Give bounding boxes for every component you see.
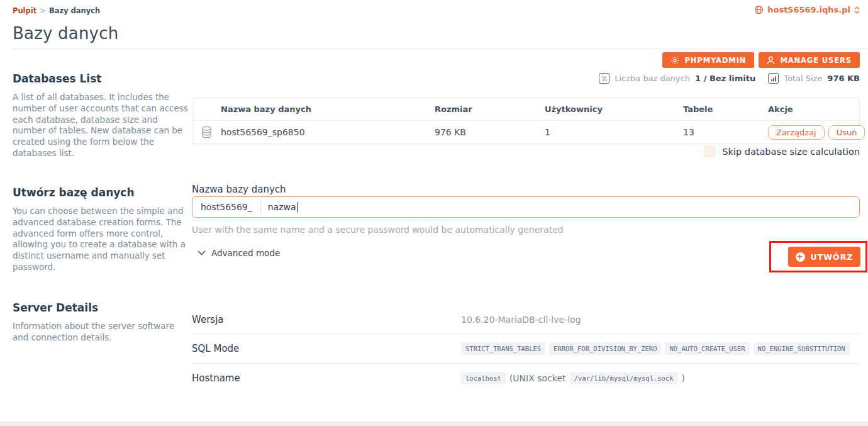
- server-details-section-intro: Server Details Information about the ser…: [13, 301, 190, 344]
- sql-mode-label: SQL Mode: [192, 343, 461, 354]
- db-count-icon: [599, 73, 609, 84]
- advanced-mode-toggle[interactable]: Advanced mode: [198, 248, 280, 258]
- bar-chart-icon: [768, 73, 779, 84]
- db-name-cell: host56569_sp6850: [192, 127, 435, 137]
- manage-users-button-label: MANAGE USERS: [780, 56, 852, 65]
- db-users-value: 1: [545, 127, 683, 137]
- advanced-mode-label: Advanced mode: [211, 248, 280, 258]
- hostname-socket-text: (UNIX socket: [509, 373, 566, 383]
- gear-icon: [670, 56, 679, 65]
- database-name-input[interactable]: host56569_ nazwa: [192, 196, 860, 218]
- host-selector[interactable]: host56569.iqhs.pl: [754, 5, 860, 14]
- input-value: nazwa: [268, 202, 296, 212]
- sql-mode-badge: NO_ENGINE_SUBSTITUTION: [754, 342, 850, 355]
- skip-size-label: Skip database size calculation: [722, 147, 860, 157]
- table-header-row: Nazwa bazy danych Rozmiar Użytkownicy Ta…: [192, 98, 859, 121]
- total-size-label: Total Size: [784, 74, 822, 83]
- server-details-description: Information about the server software an…: [13, 321, 190, 344]
- input-value-wrap: nazwa: [261, 202, 298, 213]
- title-divider: [13, 48, 868, 49]
- plus-circle-icon: +: [796, 252, 805, 262]
- create-db-description: You can choose between the simple and ad…: [13, 206, 190, 273]
- col-size: Rozmiar: [435, 104, 545, 114]
- version-value: 10.6.20-MariaDB-cll-lve-log: [461, 315, 860, 325]
- hostname-badge: localhost: [461, 372, 506, 384]
- server-row-version: Wersja 10.6.20-MariaDB-cll-lve-log: [192, 306, 860, 334]
- databases-list-section-intro: Databases List A list of all databases. …: [13, 72, 190, 159]
- server-row-sql-mode: SQL Mode STRICT_TRANS_TABLES ERROR_FOR_D…: [192, 334, 860, 364]
- stats-row: Liczba baz danych 1 / Bez limitu Total S…: [599, 73, 860, 84]
- phpmyadmin-button-label: PHPMYADMIN: [684, 56, 746, 65]
- col-users: Użytkownicy: [545, 104, 683, 114]
- sql-mode-badge: NO_AUTO_CREATE_USER: [665, 342, 749, 355]
- hostname-value: localhost (UNIX socket /var/lib/mysql/my…: [461, 372, 860, 384]
- server-details-heading: Server Details: [13, 301, 190, 314]
- db-name-value: host56569_sp6850: [221, 127, 305, 137]
- toolbar: PHPMYADMIN MANAGE USERS: [662, 52, 860, 68]
- user-icon: [767, 56, 775, 65]
- input-prefix: host56569_: [192, 202, 260, 212]
- create-db-heading: Utwórz bazę danych: [13, 186, 190, 199]
- stat-total-size: Total Size 976 KB: [768, 73, 860, 84]
- server-details-rows: Wersja 10.6.20-MariaDB-cll-lve-log SQL M…: [192, 306, 860, 393]
- bottom-strip: [0, 422, 868, 426]
- globe-icon: [754, 5, 764, 14]
- server-row-hostname: Hostname localhost (UNIX socket /var/lib…: [192, 364, 860, 393]
- databases-list-description: A list of all databases. It includes the…: [13, 92, 190, 159]
- sql-mode-badge: STRICT_TRANS_TABLES: [461, 342, 545, 355]
- create-button[interactable]: + UTWÓRZ: [788, 247, 860, 267]
- delete-db-button[interactable]: Usuń: [828, 125, 865, 140]
- databases-list-heading: Databases List: [13, 72, 190, 85]
- text-caret: [297, 202, 298, 213]
- chevron-down-icon: [198, 250, 206, 255]
- col-actions: Akcje: [768, 104, 859, 114]
- breadcrumb: Pulpit > Bazy danych: [13, 6, 100, 15]
- version-label: Wersja: [192, 314, 461, 325]
- db-count-label: Liczba baz danych: [615, 74, 690, 83]
- db-actions-cell: Zarządzaj Usuń: [768, 125, 865, 140]
- chevron-updown-icon: [854, 6, 860, 14]
- manage-users-button[interactable]: MANAGE USERS: [759, 52, 860, 68]
- hostname-label: Hostname: [192, 373, 461, 384]
- hostname-socket-badge: /var/lib/mysql/mysql.sock: [570, 372, 678, 384]
- sql-mode-badge: ERROR_FOR_DIVISION_BY_ZERO: [549, 342, 661, 355]
- skip-size-row: Skip database size calculation: [704, 146, 860, 157]
- stat-db-count: Liczba baz danych 1 / Bez limitu: [599, 73, 755, 84]
- host-selector-label: host56569.iqhs.pl: [767, 5, 850, 14]
- col-name: Nazwa bazy danych: [192, 104, 435, 114]
- db-count-value: 1 / Bez limitu: [695, 74, 755, 83]
- breadcrumb-separator: >: [40, 6, 46, 15]
- input-helper-text: User with the same name and a secure pas…: [192, 225, 564, 235]
- sql-mode-badges: STRICT_TRANS_TABLES ERROR_FOR_DIVISION_B…: [461, 342, 860, 355]
- db-size-value: 976 KB: [435, 127, 545, 137]
- db-name-field-label: Nazwa bazy danych: [192, 184, 286, 195]
- hostname-close-paren: ): [682, 373, 685, 383]
- create-db-section-intro: Utwórz bazę danych You can choose betwee…: [13, 186, 190, 273]
- page-title: Bazy danych: [13, 24, 118, 43]
- create-button-label: UTWÓRZ: [811, 252, 854, 262]
- databases-table: Nazwa bazy danych Rozmiar Użytkownicy Ta…: [192, 98, 860, 144]
- database-icon: [201, 126, 213, 138]
- manage-db-button[interactable]: Zarządzaj: [768, 125, 825, 140]
- total-size-value: 976 KB: [827, 74, 860, 83]
- db-tables-value: 13: [683, 127, 768, 137]
- breadcrumb-link-pulpit[interactable]: Pulpit: [13, 6, 36, 15]
- table-row: host56569_sp6850 976 KB 1 13 Zarządzaj U…: [192, 121, 859, 143]
- col-tables: Tabele: [683, 104, 768, 114]
- breadcrumb-current: Bazy danych: [49, 6, 100, 15]
- phpmyadmin-button[interactable]: PHPMYADMIN: [662, 52, 754, 68]
- skip-size-checkbox[interactable]: [704, 146, 715, 157]
